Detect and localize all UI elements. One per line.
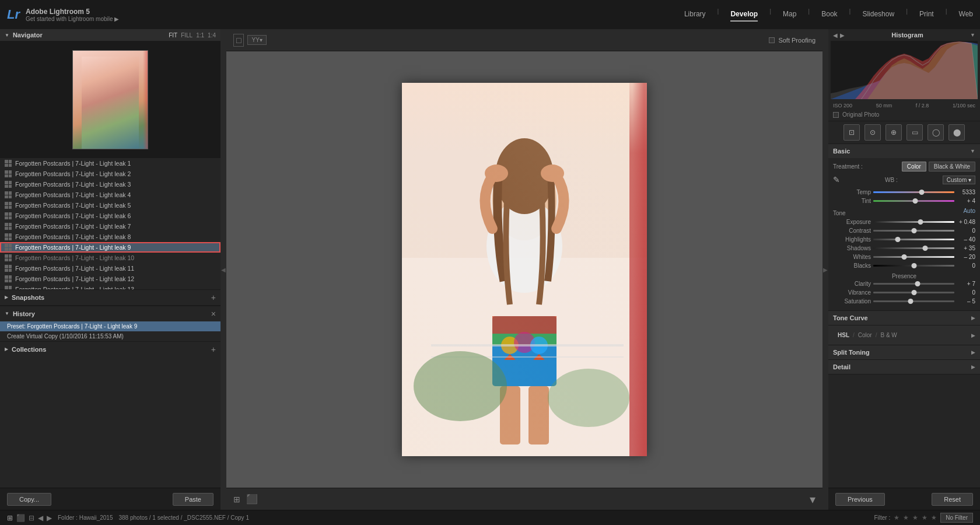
loupe-view-icon[interactable]: ⬛: [246, 494, 258, 505]
nav-slideshow[interactable]: Slideshow: [862, 8, 894, 22]
list-item[interactable]: Forgotten Postcards | 7-Light - Light le…: [0, 253, 220, 263]
tint-slider[interactable]: [873, 200, 954, 202]
list-item[interactable]: Forgotten Postcards | 7-Light - Light le…: [0, 274, 220, 284]
whites-slider[interactable]: [873, 256, 954, 258]
left-panel-arrow[interactable]: ◀: [220, 29, 226, 510]
snapshots-header[interactable]: ▶ Snapshots +: [0, 290, 220, 305]
split-toning-collapse[interactable]: ▶: [971, 349, 975, 355]
nav-library[interactable]: Library: [684, 8, 706, 22]
star-5[interactable]: ★: [931, 514, 937, 522]
clipping-shadows-icon[interactable]: ◀: [833, 32, 838, 38]
nav-map[interactable]: Map: [783, 8, 796, 22]
shadows-thumb[interactable]: [922, 246, 928, 251]
star-4[interactable]: ★: [922, 514, 928, 522]
star-1[interactable]: ★: [894, 514, 900, 522]
list-item[interactable]: Forgotten Postcards | 7-Light - Light le…: [0, 190, 220, 200]
clipping-highlights-icon[interactable]: ▶: [840, 32, 845, 38]
clarity-thumb[interactable]: [915, 281, 921, 286]
nav-1to1[interactable]: 1:1: [196, 32, 204, 38]
bw-treatment-btn[interactable]: Black & White: [929, 162, 975, 172]
hsl-color-label[interactable]: Color: [858, 332, 872, 338]
hsl-label[interactable]: HSL: [838, 332, 849, 338]
spot-removal-tool[interactable]: ⊙: [864, 124, 881, 141]
list-item[interactable]: Forgotten Postcards | 7-Light - Light le…: [0, 284, 220, 289]
exposure-thumb[interactable]: [918, 219, 923, 225]
list-item[interactable]: Forgotten Postcards | 7-Light - Light le…: [0, 211, 220, 221]
view-mode-icon[interactable]: □: [233, 34, 244, 47]
split-toning-header[interactable]: Split Toning ▶: [828, 345, 980, 359]
nav-fill[interactable]: FILL: [181, 32, 192, 38]
shadows-slider[interactable]: [873, 247, 954, 249]
color-treatment-btn[interactable]: Color: [902, 162, 926, 172]
histogram-collapse[interactable]: ▼: [970, 32, 975, 38]
saturation-slider[interactable]: [873, 300, 954, 302]
exposure-slider[interactable]: [873, 221, 954, 223]
list-item-selected[interactable]: Forgotten Postcards | 7-Light - Light le…: [0, 242, 220, 253]
history-close-button[interactable]: ×: [211, 309, 216, 318]
original-photo-checkbox[interactable]: [833, 112, 839, 118]
graduated-filter-tool[interactable]: ▭: [907, 124, 923, 141]
basic-collapse[interactable]: ▼: [970, 148, 975, 154]
navigator-collapse-icon[interactable]: ▼: [5, 33, 9, 38]
copy-button[interactable]: Copy...: [7, 493, 51, 506]
highlights-slider[interactable]: [873, 239, 954, 240]
vibrance-slider[interactable]: [873, 292, 954, 293]
list-item[interactable]: Forgotten Postcards | 7-Light - Light le…: [0, 179, 220, 190]
soft-proofing-checkbox[interactable]: [769, 37, 775, 43]
temp-slider[interactable]: [873, 191, 954, 193]
nav-fit[interactable]: FIT: [169, 32, 177, 38]
grid2-status-icon[interactable]: ⊟: [29, 514, 34, 522]
blacks-thumb[interactable]: [911, 263, 916, 268]
history-item-copy[interactable]: Create Virtual Copy (1/10/2016 11:15:53 …: [0, 331, 220, 341]
back-icon[interactable]: ◀: [38, 514, 43, 522]
star-2[interactable]: ★: [903, 514, 909, 522]
radial-filter-tool[interactable]: ◯: [928, 124, 944, 141]
list-item[interactable]: Forgotten Postcards | 7-Light - Light le…: [0, 263, 220, 274]
whites-thumb[interactable]: [901, 254, 907, 260]
redeye-tool[interactable]: ⊕: [886, 124, 902, 141]
detail-header[interactable]: Detail ▶: [828, 360, 980, 374]
nav-book[interactable]: Book: [821, 8, 837, 22]
no-filter-button[interactable]: No Filter: [940, 513, 973, 523]
blacks-slider[interactable]: [873, 265, 954, 267]
reset-button[interactable]: Reset: [932, 493, 973, 506]
tint-thumb[interactable]: [913, 198, 918, 204]
nav-develop[interactable]: Develop: [730, 8, 758, 22]
hsl-bw-label[interactable]: B & W: [880, 332, 897, 338]
previous-button[interactable]: Previous: [835, 493, 885, 506]
color-mode-btn[interactable]: YY▾: [247, 35, 266, 45]
star-3[interactable]: ★: [912, 514, 918, 522]
history-item-preset[interactable]: Preset: Forgotten Postcards | 7-Light - …: [0, 321, 220, 331]
saturation-thumb[interactable]: [908, 299, 913, 304]
filmstrip-toggle[interactable]: ▾: [810, 492, 816, 506]
nav-web[interactable]: Web: [959, 8, 973, 22]
wb-preset-selector[interactable]: Custom ▾: [943, 176, 975, 184]
grid-view-icon[interactable]: ⊞: [233, 495, 240, 504]
history-collapse-icon[interactable]: ▼: [5, 311, 9, 316]
tone-curve-collapse[interactable]: ▶: [971, 315, 975, 321]
soft-proofing-toggle[interactable]: Soft Proofing: [769, 37, 816, 44]
loupe-status-icon[interactable]: ⬛: [16, 514, 25, 522]
nav-1to4[interactable]: 1:4: [208, 32, 216, 38]
detail-collapse[interactable]: ▶: [971, 364, 975, 370]
clarity-slider[interactable]: [873, 283, 954, 285]
list-item[interactable]: Forgotten Postcards | 7-Light - Light le…: [0, 221, 220, 232]
hsl-collapse[interactable]: ▶: [971, 332, 975, 338]
wb-eyedropper-icon[interactable]: ✎: [833, 175, 840, 184]
nav-print[interactable]: Print: [919, 8, 934, 22]
temp-thumb[interactable]: [919, 190, 925, 195]
adjustment-brush-tool[interactable]: ⬤: [949, 124, 965, 141]
crop-tool[interactable]: ⊡: [844, 124, 860, 141]
contrast-slider[interactable]: [873, 230, 954, 232]
forward-icon[interactable]: ▶: [47, 514, 52, 522]
vibrance-thumb[interactable]: [911, 290, 916, 295]
list-item[interactable]: Forgotten Postcards | 7-Light - Light le…: [0, 200, 220, 211]
right-panel-arrow[interactable]: ▶: [822, 29, 828, 510]
collections-header[interactable]: ▶ Collections +: [0, 342, 220, 357]
contrast-thumb[interactable]: [911, 228, 916, 233]
auto-button[interactable]: Auto: [963, 208, 975, 216]
snapshots-add-button[interactable]: +: [211, 293, 216, 302]
paste-button[interactable]: Paste: [173, 493, 214, 506]
collections-add-button[interactable]: +: [211, 345, 216, 354]
basic-section-header[interactable]: Basic ▼: [828, 144, 980, 158]
